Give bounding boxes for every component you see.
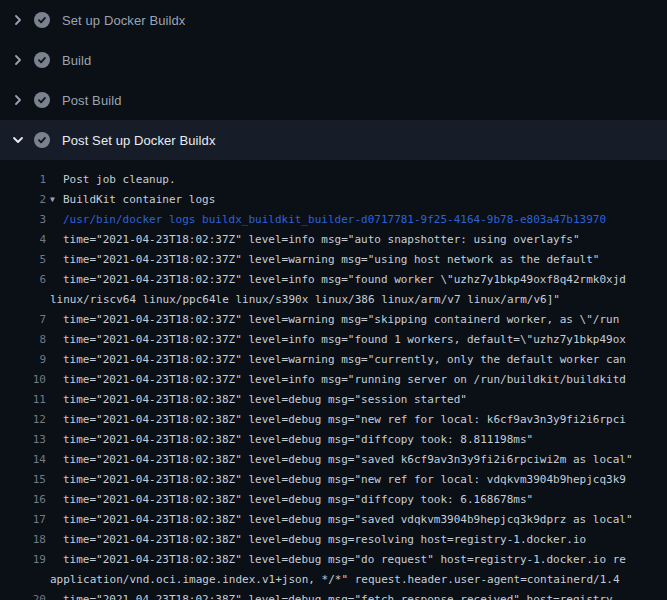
log-text: time="2021-04-23T18:02:38Z" level=debug … [50, 590, 667, 600]
check-circle-icon [34, 52, 50, 68]
line-number[interactable]: 19 [0, 550, 46, 570]
log-text: time="2021-04-23T18:02:37Z" level=warnin… [50, 350, 667, 370]
log-text-wrapped: application/vnd.oci.image.index.v1+json,… [50, 570, 667, 590]
line-number[interactable]: 6 [0, 270, 46, 290]
line-number[interactable]: 20 [0, 590, 46, 600]
log-line: 10time="2021-04-23T18:02:37Z" level=info… [0, 370, 667, 390]
log-line: 4time="2021-04-23T18:02:37Z" level=info … [0, 230, 667, 250]
log-line: 16time="2021-04-23T18:02:38Z" level=debu… [0, 490, 667, 510]
log-text: time="2021-04-23T18:02:38Z" level=debug … [50, 430, 667, 450]
log-line: 13time="2021-04-23T18:02:38Z" level=debu… [0, 430, 667, 450]
log-text: time="2021-04-23T18:02:38Z" level=debug … [50, 550, 667, 570]
step-header-post-build[interactable]: Post Build [0, 80, 667, 120]
log-text: time="2021-04-23T18:02:38Z" level=debug … [50, 530, 667, 550]
log-line: linux/riscv64 linux/ppc64le linux/s390x … [0, 290, 667, 310]
check-circle-icon [34, 92, 50, 108]
log-text: time="2021-04-23T18:02:38Z" level=debug … [50, 450, 667, 470]
log-text: time="2021-04-23T18:02:38Z" level=debug … [50, 410, 667, 430]
step-title: Post Set up Docker Buildx [62, 133, 216, 148]
line-number[interactable]: 8 [0, 330, 46, 350]
step-title: Set up Docker Buildx [62, 13, 185, 28]
log-line: application/vnd.oci.image.index.v1+json,… [0, 570, 667, 590]
log-line: 12time="2021-04-23T18:02:38Z" level=debu… [0, 410, 667, 430]
line-number[interactable]: 3 [0, 210, 46, 230]
check-circle-icon [34, 132, 50, 148]
line-number[interactable]: 10 [0, 370, 46, 390]
line-number[interactable]: 2 [0, 190, 46, 210]
log-text: time="2021-04-23T18:02:37Z" level=info m… [50, 270, 667, 290]
line-number[interactable]: 18 [0, 530, 46, 550]
log-line: 11time="2021-04-23T18:02:38Z" level=debu… [0, 390, 667, 410]
log-line: 9time="2021-04-23T18:02:37Z" level=warni… [0, 350, 667, 370]
log-text: time="2021-04-23T18:02:38Z" level=debug … [50, 510, 667, 530]
line-number[interactable]: 12 [0, 410, 46, 430]
line-number[interactable]: 11 [0, 390, 46, 410]
log-text: time="2021-04-23T18:02:37Z" level=warnin… [50, 310, 667, 330]
chevron-right-icon [10, 52, 26, 68]
step-title: Post Build [62, 93, 122, 108]
step-title: Build [62, 53, 91, 68]
log-line: 17time="2021-04-23T18:02:38Z" level=debu… [0, 510, 667, 530]
log-text: time="2021-04-23T18:02:38Z" level=debug … [50, 470, 667, 490]
log-line: 2▼BuildKit container logs [0, 190, 667, 210]
line-number[interactable]: 16 [0, 490, 46, 510]
chevron-right-icon [10, 12, 26, 28]
line-number[interactable]: 15 [0, 470, 46, 490]
log-text: time="2021-04-23T18:02:37Z" level=warnin… [50, 250, 667, 270]
log-line: 5time="2021-04-23T18:02:37Z" level=warni… [0, 250, 667, 270]
log-line: 8time="2021-04-23T18:02:37Z" level=info … [0, 330, 667, 350]
log-text: Post job cleanup. [50, 170, 667, 190]
log-text: time="2021-04-23T18:02:38Z" level=debug … [50, 390, 667, 410]
log-text: time="2021-04-23T18:02:38Z" level=debug … [50, 490, 667, 510]
command-text: /usr/bin/docker logs buildx_buildkit_bui… [50, 210, 667, 230]
group-collapse-marker-icon[interactable]: ▼ [50, 190, 63, 210]
log-text: time="2021-04-23T18:02:37Z" level=info m… [50, 330, 667, 350]
line-number[interactable]: 17 [0, 510, 46, 530]
check-circle-icon [34, 12, 50, 28]
line-number[interactable]: 5 [0, 250, 46, 270]
step-header-set-up-docker-buildx[interactable]: Set up Docker Buildx [0, 0, 667, 40]
line-number [0, 570, 46, 590]
line-number [0, 290, 46, 310]
chevron-right-icon [10, 92, 26, 108]
log-line: 19time="2021-04-23T18:02:38Z" level=debu… [0, 550, 667, 570]
log-text-wrapped: linux/riscv64 linux/ppc64le linux/s390x … [50, 290, 667, 310]
line-number[interactable]: 4 [0, 230, 46, 250]
log-text: time="2021-04-23T18:02:37Z" level=info m… [50, 370, 667, 390]
line-number[interactable]: 1 [0, 170, 46, 190]
line-number[interactable]: 7 [0, 310, 46, 330]
log-line: 6time="2021-04-23T18:02:37Z" level=info … [0, 270, 667, 290]
line-number[interactable]: 13 [0, 430, 46, 450]
steps-list: Set up Docker Buildx Build [0, 0, 667, 160]
log-line: 7time="2021-04-23T18:02:37Z" level=warni… [0, 310, 667, 330]
log-line: 20time="2021-04-23T18:02:38Z" level=debu… [0, 590, 667, 600]
group-title[interactable]: BuildKit container logs [63, 193, 215, 206]
log-line: 1Post job cleanup. [0, 170, 667, 190]
step-header-post-set-up-docker-buildx[interactable]: Post Set up Docker Buildx [0, 120, 667, 160]
log-line: 18time="2021-04-23T18:02:38Z" level=debu… [0, 530, 667, 550]
log-line: 3/usr/bin/docker logs buildx_buildkit_bu… [0, 210, 667, 230]
chevron-down-icon [10, 132, 26, 148]
line-number[interactable]: 14 [0, 450, 46, 470]
log-line: 15time="2021-04-23T18:02:38Z" level=debu… [0, 470, 667, 490]
step-header-build[interactable]: Build [0, 40, 667, 80]
line-number[interactable]: 9 [0, 350, 46, 370]
log-viewer: 1Post job cleanup.2▼BuildKit container l… [0, 160, 667, 600]
log-text: time="2021-04-23T18:02:37Z" level=info m… [50, 230, 667, 250]
log-line: 14time="2021-04-23T18:02:38Z" level=debu… [0, 450, 667, 470]
